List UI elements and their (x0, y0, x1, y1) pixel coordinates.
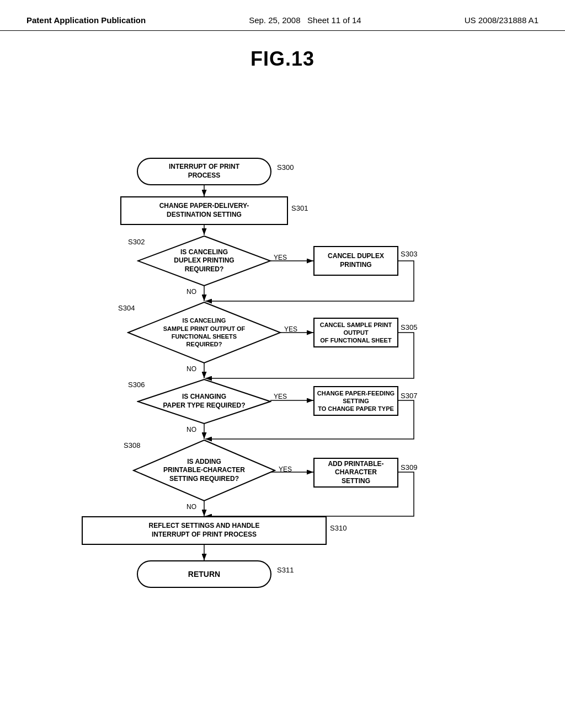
s311-terminal: RETURN (137, 560, 271, 588)
s310-text: REFLECT SETTINGS AND HANDLEINTERRUPT OF … (149, 522, 260, 539)
main-content: FIG.13 (0, 47, 565, 728)
s304-no-label: NO (186, 365, 196, 373)
s306-label: S306 (128, 381, 145, 389)
s307-label: S307 (401, 392, 417, 400)
s304-diamond: IS CANCELINGSAMPLE PRINT OUTPUT OFFUNCTI… (127, 301, 281, 364)
s301-label: S301 (291, 204, 308, 212)
s305-text: CANCEL SAMPLE PRINT OUTPUTOF FUNCTIONAL … (315, 321, 397, 345)
s300-label: S300 (277, 163, 294, 172)
s311-label: S311 (277, 566, 294, 574)
s306-yes-label: YES (274, 393, 287, 400)
flowchart: INTERRUPT OF PRINTPROCESS S300 CHANGE PA… (0, 71, 565, 721)
s308-text: IS ADDINGPRINTABLE-CHARACTERSETTING REQU… (132, 439, 276, 502)
s301-rect: CHANGE PAPER-DELIVERY-DESTINATION SETTIN… (120, 196, 288, 225)
s306-text: IS CHANGINGPAPER TYPE REQUIRED? (137, 378, 271, 425)
page-header: Patent Application Publication Sep. 25, … (0, 0, 565, 31)
s302-no-label: NO (186, 288, 196, 296)
s303-text: CANCEL DUPLEX PRINTING (315, 252, 397, 269)
patent-number: US 2008/231888 A1 (465, 15, 539, 25)
s306-diamond: IS CHANGINGPAPER TYPE REQUIRED? (137, 378, 271, 425)
s307-text: CHANGE PAPER-FEEDING SETTINGTO CHANGE PA… (315, 389, 397, 413)
date-sheet: Sep. 25, 2008 Sheet 11 of 14 (249, 15, 361, 25)
sheet: Sheet 11 of 14 (307, 15, 361, 25)
s304-yes-label: YES (284, 325, 297, 333)
s305-label: S305 (401, 323, 417, 331)
s303-label: S303 (401, 250, 417, 258)
s300-text: INTERRUPT OF PRINTPROCESS (169, 163, 239, 180)
s310-rect: REFLECT SETTINGS AND HANDLEINTERRUPT OF … (82, 516, 327, 545)
s303-rect: CANCEL DUPLEX PRINTING (313, 246, 398, 276)
s309-text: ADD PRINTABLE-CHARACTERSETTING (315, 460, 397, 486)
s301-text: CHANGE PAPER-DELIVERY-DESTINATION SETTIN… (159, 202, 249, 219)
date: Sep. 25, 2008 (249, 15, 300, 25)
s308-label: S308 (124, 441, 140, 449)
publication-label: Patent Application Publication (26, 15, 146, 25)
figure-title: FIG.13 (0, 47, 565, 71)
s308-no-label: NO (186, 503, 196, 511)
s304-label: S304 (118, 304, 135, 312)
s308-yes-label: YES (279, 465, 292, 473)
s306-no-label: NO (186, 426, 196, 433)
s305-rect: CANCEL SAMPLE PRINT OUTPUTOF FUNCTIONAL … (313, 318, 398, 347)
s309-label: S309 (401, 463, 417, 472)
s300-terminal: INTERRUPT OF PRINTPROCESS (137, 158, 271, 185)
s304-text: IS CANCELINGSAMPLE PRINT OUTPUT OFFUNCTI… (127, 301, 281, 364)
s302-diamond: IS CANCELINGDUPLEX PRINTINGREQUIRED? (137, 235, 271, 287)
s309-rect: ADD PRINTABLE-CHARACTERSETTING (313, 458, 398, 488)
s302-label: S302 (128, 238, 145, 246)
s310-label: S310 (330, 524, 347, 532)
s302-yes-label: YES (274, 254, 287, 261)
s307-rect: CHANGE PAPER-FEEDING SETTINGTO CHANGE PA… (313, 386, 398, 416)
s311-text: RETURN (188, 569, 220, 579)
s308-diamond: IS ADDINGPRINTABLE-CHARACTERSETTING REQU… (132, 439, 276, 502)
s302-text: IS CANCELINGDUPLEX PRINTINGREQUIRED? (137, 235, 271, 287)
